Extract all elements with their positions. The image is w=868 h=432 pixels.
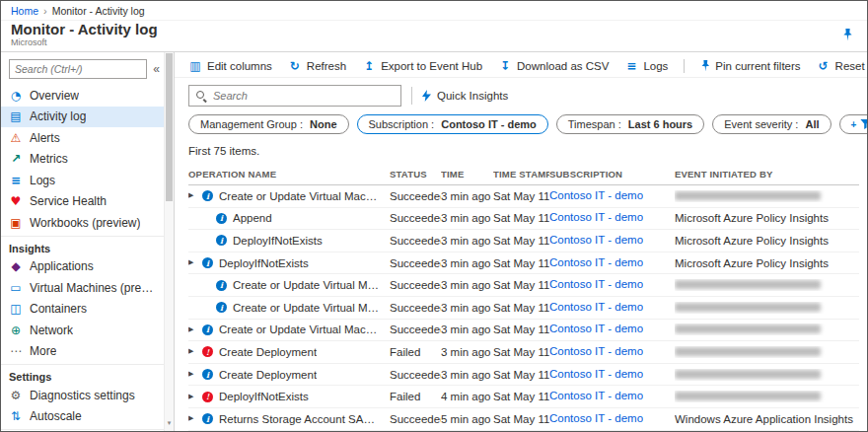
column-header-time-stamp[interactable]: TIME STAMP <box>493 169 549 180</box>
subscription-link[interactable]: Contoso IT - demo <box>549 234 643 246</box>
timestamp-cell: Sat May 11 ... <box>493 279 549 291</box>
column-header-event-initiated-by[interactable]: EVENT INITIATED BY <box>675 169 859 180</box>
pin-blade-icon[interactable] <box>842 29 853 41</box>
expand-arrow-icon[interactable] <box>188 326 196 333</box>
redacted-initiator <box>675 280 821 289</box>
operation-cell: i DeployIfNotExists <box>188 235 390 247</box>
column-header-status[interactable]: STATUS <box>390 169 441 180</box>
quick-insights-button[interactable]: Quick Insights <box>411 87 508 105</box>
sidebar-item-autoscale[interactable]: Autoscale <box>1 406 164 428</box>
refresh-button[interactable]: Refresh <box>288 60 346 72</box>
expand-arrow-icon[interactable] <box>188 371 196 378</box>
column-header-operation-name[interactable]: OPERATION NAME <box>188 169 390 180</box>
table-row[interactable]: ! DeployIfNotExists Failed 4 min ago Sat… <box>188 386 859 408</box>
sidebar-item-network[interactable]: Network <box>1 320 164 341</box>
sidebar-item-label: Alerts <box>30 131 60 145</box>
table-row[interactable]: i Create or Update Virtual Machine Exten… <box>188 320 859 342</box>
toolbar-button-label: Logs <box>643 60 668 72</box>
filter-pill-management-group[interactable]: Management Group : None <box>188 114 349 134</box>
activity-log-content: Edit columns Refresh Export to Event Hub… <box>175 52 867 431</box>
refresh-icon <box>288 60 302 72</box>
reset-filters-button[interactable]: Reset filters <box>817 60 867 72</box>
table-row[interactable]: i Create or Update Virtual Machine Succe… <box>188 274 859 297</box>
sidebar-search-input[interactable] <box>9 59 147 79</box>
breadcrumb-home[interactable]: Home <box>11 5 38 17</box>
add-filter-button[interactable]: Add Filter <box>839 114 867 134</box>
filter-pill-event-severity[interactable]: Event severity : All <box>712 114 831 134</box>
sidebar-item-workbooks-preview[interactable]: Workbooks (preview) <box>1 212 164 234</box>
subscription-cell: Contoso IT - demo <box>549 323 675 336</box>
operation-name: Append <box>233 212 272 224</box>
sidebar-item-metrics[interactable]: Metrics <box>1 149 164 171</box>
network-icon <box>9 324 23 336</box>
table-row[interactable]: i Returns Storage Account SAS Token Succ… <box>188 408 859 431</box>
status-cell: Succeeded <box>390 190 441 202</box>
sidebar-item-service-health[interactable]: Service Health <box>1 191 164 213</box>
column-header-time[interactable]: TIME <box>441 169 493 180</box>
service-health-icon <box>9 195 23 207</box>
pin-icon <box>700 60 710 72</box>
pin-current-filters-button[interactable]: Pin current filters <box>700 60 800 72</box>
timestamp-cell: Sat May 11 ... <box>493 257 549 269</box>
expand-arrow-icon[interactable] <box>188 192 196 199</box>
expand-arrow-icon[interactable] <box>188 415 196 422</box>
table-header-row: OPERATION NAMESTATUSTIMETIME STAMPSUBSCR… <box>188 163 859 185</box>
subscription-link[interactable]: Contoso IT - demo <box>549 390 643 401</box>
subscription-link[interactable]: Contoso IT - demo <box>549 368 643 380</box>
toolbar-button-label: Export to Event Hub <box>381 60 482 72</box>
sidebar-item-virtual-machines-preview[interactable]: Virtual Machines (preview) <box>1 277 164 299</box>
toolbar-button-label: Pin current filters <box>715 60 800 72</box>
table-row[interactable]: ! Create Deployment Failed 3 min ago Sat… <box>188 341 859 364</box>
filter-pill-timespan[interactable]: Timespan : Last 6 hours <box>556 114 704 134</box>
command-toolbar: Edit columns Refresh Export to Event Hub… <box>175 54 867 78</box>
sidebar-item-containers[interactable]: Containers <box>1 299 164 321</box>
table-row[interactable]: i Create or Update Virtual Machine Succe… <box>188 185 859 208</box>
table-row[interactable]: i DeployIfNotExists Succeeded 3 min ago … <box>188 252 859 275</box>
sidebar-item-alerts[interactable]: Alerts <box>1 127 164 149</box>
scrollbar-down-icon[interactable] <box>165 419 174 431</box>
subscription-link[interactable]: Contoso IT - demo <box>549 211 643 223</box>
redacted-initiator <box>675 370 821 379</box>
sidebar-item-diagnostics-settings[interactable]: Diagnostics settings <box>1 385 164 406</box>
subscription-link[interactable]: Contoso IT - demo <box>549 412 643 424</box>
export-to-event-hub-button[interactable]: Export to Event Hub <box>362 60 482 72</box>
activity-search-input[interactable] <box>213 90 395 102</box>
expand-arrow-icon[interactable] <box>188 394 196 400</box>
timestamp-cell: Sat May 11 ... <box>493 413 549 425</box>
sidebar-scrollbar[interactable] <box>164 52 174 431</box>
column-header-subscription[interactable]: SUBSCRIPTION <box>549 169 675 180</box>
operation-name: DeployIfNotExists <box>219 391 309 402</box>
subscription-link[interactable]: Contoso IT - demo <box>549 323 643 334</box>
expand-arrow-icon[interactable] <box>188 259 196 266</box>
sidebar-collapse-icon[interactable] <box>151 62 162 76</box>
sidebar-item-applications[interactable]: Applications <box>1 256 164 278</box>
scrollbar-thumb[interactable] <box>166 53 173 201</box>
sidebar-item-label: Containers <box>30 302 87 316</box>
subscription-link[interactable]: Contoso IT - demo <box>549 256 643 268</box>
subscription-link[interactable]: Contoso IT - demo <box>549 189 643 201</box>
filter-pill-subscription[interactable]: Subscription : Contoso IT - demo <box>357 114 548 134</box>
toolbar-button-label: Reset filters <box>835 60 867 72</box>
sidebar-item-more[interactable]: More <box>1 341 164 363</box>
table-row[interactable]: i DeployIfNotExists Succeeded 3 min ago … <box>188 230 859 252</box>
sidebar-item-overview[interactable]: Overview <box>1 85 164 107</box>
time-cell: 3 min ago <box>441 324 493 335</box>
info-icon: i <box>216 213 227 224</box>
subscription-link[interactable]: Contoso IT - demo <box>549 301 643 313</box>
subscription-link[interactable]: Contoso IT - demo <box>549 278 643 290</box>
sidebar-item-logs[interactable]: Logs <box>1 170 164 191</box>
azure-portal-window: Home Monitor - Activity log Monitor - Ac… <box>0 0 868 432</box>
sidebar-item-activity-log[interactable]: Activity log <box>1 107 164 128</box>
sidebar-item-label: More <box>30 344 56 358</box>
info-icon: i <box>216 235 227 246</box>
edit-columns-button[interactable]: Edit columns <box>188 60 272 72</box>
table-row[interactable]: i Append Succeeded 3 min ago Sat May 11 … <box>188 208 859 231</box>
logs-button[interactable]: Logs <box>624 60 668 72</box>
filter-pill-label: Management Group : <box>200 118 306 130</box>
expand-arrow-icon[interactable] <box>188 348 196 355</box>
operation-name: DeployIfNotExists <box>233 235 323 247</box>
subscription-link[interactable]: Contoso IT - demo <box>549 345 643 357</box>
table-row[interactable]: i Create or Update Virtual Machine Succe… <box>188 297 859 320</box>
table-row[interactable]: i Create Deployment Succeeded 3 min ago … <box>188 364 859 387</box>
download-as-csv-button[interactable]: Download as CSV <box>498 60 609 72</box>
